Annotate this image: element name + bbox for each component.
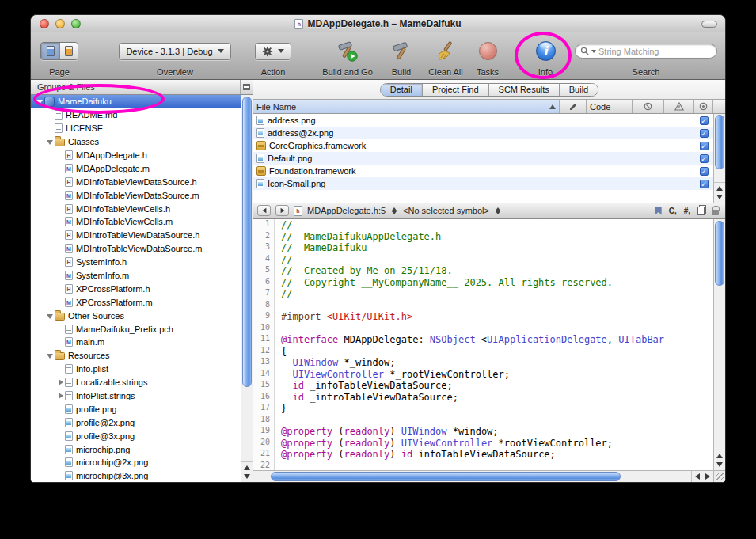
bookmark-icon[interactable] bbox=[655, 207, 662, 215]
code-line[interactable]: // Copyright __MyCompanyName__ 2025. All… bbox=[281, 277, 713, 289]
sidebar-menu-cell[interactable] bbox=[240, 80, 253, 94]
tree-item[interactable]: MMDInfoTableViewDataSource.m bbox=[31, 188, 241, 202]
tree-item[interactable]: README.md bbox=[31, 108, 241, 122]
code-line[interactable]: id _infoTableViewDataSource; bbox=[281, 380, 713, 392]
tree-item[interactable]: HMDAppDelegate.h bbox=[31, 149, 241, 162]
search-menu-chevron-icon[interactable] bbox=[591, 50, 596, 53]
disclosure-triangle[interactable] bbox=[45, 311, 55, 321]
table-row[interactable]: address@2x.png✓ bbox=[253, 127, 713, 139]
toolbar-item-clean-all[interactable]: Clean All bbox=[420, 35, 471, 78]
target-checkbox[interactable]: ✓ bbox=[700, 129, 709, 138]
tree-item[interactable]: Info.plist bbox=[31, 362, 241, 376]
tree-item[interactable]: HMDInfoTableViewDataSource.h bbox=[31, 175, 241, 188]
column-header-warnings[interactable] bbox=[664, 100, 694, 113]
tree-item[interactable]: profile@3x.png bbox=[31, 429, 241, 442]
code-line[interactable]: id _introTableViewDataSource; bbox=[281, 392, 713, 404]
tree-item[interactable]: HSystemInfo.h bbox=[31, 256, 241, 269]
column-header-file-name[interactable]: File Name bbox=[253, 100, 560, 113]
code-line[interactable]: UIWindow *_window; bbox=[281, 357, 713, 369]
disclosure-triangle[interactable] bbox=[45, 351, 55, 360]
counterpart-icon[interactable]: C, bbox=[669, 207, 677, 215]
title-bar[interactable]: h MDAppDelegate.h – MameDaifuku bbox=[31, 15, 725, 32]
tree-item[interactable]: LICENSE bbox=[31, 122, 241, 135]
page-segment-debug[interactable] bbox=[59, 43, 78, 59]
code-line[interactable]: #import <UIKit/UIKit.h> bbox=[281, 311, 713, 323]
table-row[interactable]: Default.png✓ bbox=[253, 152, 713, 165]
editor-hscroll-thumb[interactable] bbox=[271, 472, 621, 481]
scroll-down-arrow-icon[interactable] bbox=[716, 462, 723, 467]
tree-item[interactable]: Mmain.m bbox=[31, 336, 241, 349]
code-line[interactable]: @interface MDAppDelegate: NSObject <UIAp… bbox=[281, 334, 713, 346]
table-row[interactable]: Foundation.framework✓ bbox=[253, 165, 713, 177]
target-checkbox[interactable]: ✓ bbox=[700, 167, 709, 176]
tree-item[interactable]: microchip@2x.png bbox=[31, 456, 241, 469]
code-lines[interactable]: //// MameDaifukuAppDelegate.h// MameDaif… bbox=[275, 219, 713, 470]
tree-item[interactable]: HMDInfoTableViewCells.h bbox=[31, 202, 241, 215]
target-checkbox[interactable]: ✓ bbox=[700, 142, 709, 150]
tree-item[interactable]: microchip.png bbox=[31, 442, 241, 456]
code-line[interactable] bbox=[281, 323, 713, 335]
documents-icon[interactable] bbox=[697, 207, 705, 215]
action-button[interactable] bbox=[255, 43, 291, 60]
tab-project-find[interactable]: Project Find bbox=[422, 84, 488, 96]
code-line[interactable]: @property (readonly) UIWindow *window; bbox=[281, 426, 713, 438]
includes-icon[interactable]: #, bbox=[684, 207, 690, 215]
table-row[interactable]: CoreGraphics.framework✓ bbox=[253, 139, 713, 152]
tree-item[interactable]: Classes bbox=[31, 135, 241, 149]
tree-item[interactable]: MXPCrossPlatform.m bbox=[31, 295, 241, 309]
code-line[interactable] bbox=[281, 300, 713, 312]
code-line[interactable]: } bbox=[281, 403, 713, 415]
disclosure-triangle[interactable] bbox=[45, 137, 55, 146]
target-checkbox[interactable]: ✓ bbox=[700, 116, 709, 125]
code-line[interactable]: // bbox=[281, 254, 713, 266]
scroll-down-arrow-icon[interactable] bbox=[244, 474, 250, 479]
tree-item[interactable]: microchip@3x.png bbox=[31, 469, 241, 482]
tree-item[interactable]: InfoPlist.strings bbox=[31, 389, 241, 403]
tree-item[interactable]: MameDaifuku bbox=[31, 95, 241, 108]
disclosure-triangle[interactable] bbox=[35, 97, 44, 106]
editor-vertical-scrollbar[interactable] bbox=[713, 219, 725, 470]
scroll-up-arrow-icon[interactable] bbox=[716, 454, 723, 458]
toolbar-item-info[interactable]: i Info bbox=[524, 35, 567, 78]
code-line[interactable] bbox=[281, 461, 713, 471]
tree-item[interactable]: Other Sources bbox=[31, 309, 241, 322]
scroll-up-arrow-icon[interactable] bbox=[716, 186, 723, 191]
tree-item[interactable]: MSystemInfo.m bbox=[31, 269, 241, 283]
code-line[interactable]: // MameDaifuku bbox=[281, 242, 713, 254]
column-header-target[interactable] bbox=[694, 100, 713, 113]
disclosure-triangle[interactable] bbox=[55, 378, 65, 387]
tree-item[interactable]: MMDInfoTableViewCells.m bbox=[31, 215, 241, 229]
search-input[interactable] bbox=[598, 47, 712, 56]
symbol-stepper[interactable] bbox=[496, 207, 500, 214]
sidebar-scroll-thumb[interactable] bbox=[242, 97, 252, 387]
target-checkbox[interactable]: ✓ bbox=[700, 180, 709, 188]
tab-build[interactable]: Build bbox=[559, 84, 598, 96]
scroll-right-arrow-icon[interactable] bbox=[705, 473, 710, 480]
tree-item[interactable]: HXPCrossPlatform.h bbox=[31, 282, 241, 295]
tree-item[interactable]: Localizable.strings bbox=[31, 376, 241, 389]
file-table-scroll-thumb[interactable] bbox=[715, 115, 724, 169]
page-segmented-control[interactable] bbox=[40, 42, 78, 60]
tree-item[interactable]: Resources bbox=[31, 349, 241, 362]
sidebar-scrollbar[interactable] bbox=[241, 95, 253, 482]
column-header-errors[interactable] bbox=[633, 100, 664, 113]
file-popup[interactable]: MDAppDelegate.h:5 bbox=[307, 206, 386, 215]
code-line[interactable]: { bbox=[281, 346, 713, 358]
overview-dropdown[interactable]: Device - 3.1.3 | Debug bbox=[119, 43, 230, 60]
file-stepper[interactable] bbox=[392, 207, 397, 214]
tree-item[interactable]: MMDAppDelegate.m bbox=[31, 161, 241, 175]
toolbar-item-build[interactable]: Build bbox=[379, 35, 424, 78]
groups-files-header[interactable]: Groups & Files bbox=[31, 80, 253, 95]
tree-item[interactable]: HMDIntroTableViewDataSource.h bbox=[31, 229, 241, 242]
page-segment-project[interactable] bbox=[41, 43, 59, 59]
code-line[interactable]: @property (readonly) id infoTableViewDat… bbox=[281, 449, 713, 461]
go-forward-button[interactable] bbox=[275, 205, 289, 216]
target-checkbox[interactable]: ✓ bbox=[700, 154, 709, 163]
table-row[interactable]: address.png✓ bbox=[253, 114, 713, 127]
code-line[interactable]: // bbox=[281, 219, 713, 231]
scroll-down-arrow-icon[interactable] bbox=[716, 195, 723, 199]
symbol-popup[interactable]: <No selected symbol> bbox=[403, 206, 489, 215]
code-line[interactable]: // bbox=[281, 288, 713, 300]
tree-item[interactable]: profile@2x.png bbox=[31, 416, 241, 429]
search-field[interactable] bbox=[575, 44, 717, 59]
